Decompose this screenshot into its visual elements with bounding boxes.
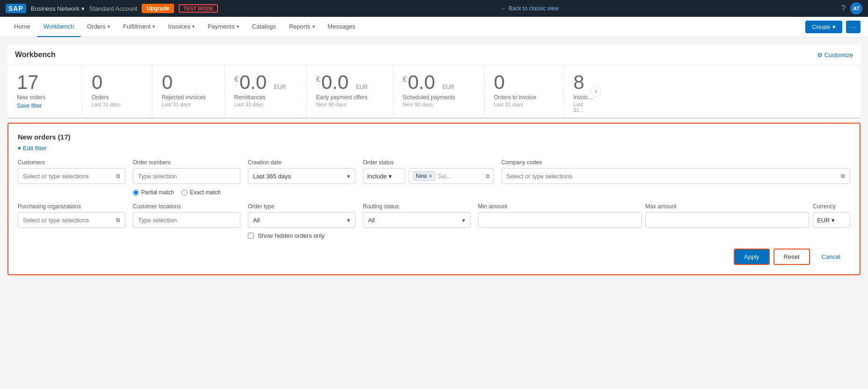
metric-sub-rejected: Last 31 days <box>162 102 215 107</box>
show-hidden-checkbox[interactable] <box>248 233 254 239</box>
metric-scheduled-payments[interactable]: €0.0 EUR Scheduled payments Next 90 days <box>393 65 485 117</box>
filter-title: New orders (17) <box>18 133 850 141</box>
status-expand-icon[interactable]: ⧉ <box>486 173 490 179</box>
currency-suffix-remittances: EUR <box>274 84 286 90</box>
top-bar: SAP Business Network ▾ Standard Account … <box>0 0 868 17</box>
customer-locations-text-input[interactable] <box>138 217 235 224</box>
metric-rejected-invoices[interactable]: 0 Rejected invoices Last 31 days <box>152 65 225 117</box>
cancel-button[interactable]: Cancel <box>814 249 848 265</box>
order-status-label: Order status <box>363 159 494 166</box>
metric-label-early-payment: Early payment offers <box>316 94 383 101</box>
order-type-label: Order type <box>248 203 355 210</box>
back-classic-link[interactable]: ← Back to classic view <box>501 5 559 12</box>
standard-account-label: Standard Account <box>89 5 137 12</box>
customize-icon: ⚙ <box>817 51 823 59</box>
customers-text-input[interactable] <box>23 173 116 180</box>
metric-remittances[interactable]: €0.0 EUR Remittances Last 31 days <box>225 65 307 117</box>
exact-match-option[interactable]: Exact match <box>181 189 221 196</box>
metric-new-orders[interactable]: 17 New orders Save filter <box>7 65 82 119</box>
order-type-chevron-icon: ▾ <box>347 217 350 224</box>
metric-value-orders-invoice: 0 <box>494 73 554 92</box>
max-amount-input[interactable] <box>645 212 809 228</box>
business-network-label[interactable]: Business Network ▾ <box>31 5 85 12</box>
euro-prefix-early-icon: € <box>316 75 320 83</box>
workbench-title: Workbench <box>15 51 56 59</box>
currency-select[interactable]: EUR ▾ <box>813 212 850 228</box>
edit-filter-toggle[interactable]: ▾ Edit filter <box>18 145 850 152</box>
customers-label: Customers <box>18 159 125 166</box>
order-type-select[interactable]: All ▾ <box>248 212 355 228</box>
metrics-row: 17 New orders Save filter 0 Orders Last … <box>7 65 861 119</box>
reset-button[interactable]: Reset <box>774 249 810 265</box>
currency-label: Currency <box>813 203 850 210</box>
metric-orders-to-invoice[interactable]: 0 Orders to invoice Last 31 days <box>485 65 564 117</box>
customers-expand-icon[interactable]: ⧉ <box>116 173 120 179</box>
min-amount-group: Min amount <box>478 203 642 228</box>
routing-status-chevron-icon: ▾ <box>462 217 465 224</box>
currency-suffix-scheduled: EUR <box>442 84 454 90</box>
apply-button[interactable]: Apply <box>734 249 770 265</box>
order-numbers-text-input[interactable] <box>138 173 235 180</box>
nav-item-payments[interactable]: Payments ▾ <box>201 17 246 37</box>
partial-match-radio[interactable] <box>133 190 139 196</box>
exact-match-radio[interactable] <box>181 190 188 196</box>
order-numbers-group: Order numbers Partial match Exact match <box>133 159 240 196</box>
nav-item-workbench[interactable]: Workbench <box>37 17 81 37</box>
order-status-include-select[interactable]: Include ▾ <box>363 168 405 184</box>
metric-early-payment[interactable]: €0.0 EUR Early payment offers Next 90 da… <box>307 65 393 117</box>
save-filter-link[interactable]: Save filter <box>17 103 72 109</box>
max-amount-group: Max amount <box>645 203 809 228</box>
company-codes-expand-icon[interactable]: ⧉ <box>841 173 845 179</box>
nav-item-home[interactable]: Home <box>7 17 37 37</box>
metric-sub-orders-invoice: Last 31 days <box>494 102 554 107</box>
metric-value-invoices-partial: 8 <box>573 73 592 92</box>
nav-item-orders[interactable]: Orders ▾ <box>80 17 116 37</box>
partial-match-option[interactable]: Partial match <box>133 189 174 196</box>
avatar[interactable]: AT <box>850 2 862 15</box>
min-amount-input[interactable] <box>478 212 642 228</box>
customize-link[interactable]: ⚙ Customize <box>817 51 853 59</box>
filter-panel: New orders (17) ▾ Edit filter Customers … <box>7 123 861 275</box>
nav-item-invoices[interactable]: Invoices ▾ <box>161 17 201 37</box>
max-amount-label: Max amount <box>645 203 809 210</box>
nav-item-reports[interactable]: Reports ▾ <box>282 17 321 37</box>
routing-status-label: Routing status <box>363 203 470 210</box>
purchasing-orgs-text-input[interactable] <box>23 217 116 224</box>
customer-locations-input[interactable] <box>133 212 240 228</box>
metric-orders[interactable]: 0 Orders Last 31 days <box>82 65 152 117</box>
metric-label-rejected: Rejected invoices <box>162 94 215 101</box>
purchasing-orgs-input[interactable]: ⧉ <box>18 212 125 228</box>
metric-value-remittances: €0.0 EUR <box>234 73 297 92</box>
upgrade-button[interactable]: Upgrade <box>142 4 174 13</box>
tag-close-icon[interactable]: ✕ <box>428 173 433 179</box>
customers-input[interactable]: ⧉ <box>18 168 125 184</box>
order-numbers-input[interactable] <box>133 168 240 184</box>
routing-status-select[interactable]: All ▾ <box>363 212 470 228</box>
order-type-group: Order type All ▾ Show hidden orders only <box>248 203 355 239</box>
order-status-tags-box[interactable]: New ✕ Sel... ⧉ <box>409 168 494 184</box>
nav-item-catalogs[interactable]: Catalogs <box>246 17 282 37</box>
fulfillment-chevron-icon: ▾ <box>152 24 155 29</box>
purchasing-orgs-group: Purchasing organizations ⧉ <box>18 203 125 228</box>
euro-prefix-icon: € <box>234 75 239 83</box>
filter-row-2: Purchasing organizations ⧉ Customer loca… <box>18 203 850 239</box>
more-options-button[interactable]: ··· <box>846 21 861 33</box>
company-codes-input[interactable]: ⧉ <box>501 168 850 184</box>
company-codes-text-input[interactable] <box>506 173 841 180</box>
metric-invoices-partial[interactable]: 8 Invoic... Last 31... › <box>564 65 601 117</box>
euro-prefix-scheduled-icon: € <box>403 75 407 83</box>
metrics-next-arrow[interactable]: › <box>590 86 601 97</box>
nav-item-fulfillment[interactable]: Fulfillment ▾ <box>116 17 161 37</box>
routing-status-group: Routing status All ▾ <box>363 203 470 228</box>
metric-label-remittances: Remittances <box>234 94 297 101</box>
creation-date-label: Creation date <box>248 159 355 166</box>
invoices-chevron-icon: ▾ <box>192 24 195 29</box>
create-button[interactable]: Create ▾ <box>805 21 842 33</box>
filter-row-1: Customers ⧉ Order numbers P <box>18 159 850 196</box>
nav-item-messages[interactable]: Messages <box>321 17 362 37</box>
purchasing-orgs-expand-icon[interactable]: ⧉ <box>116 217 120 223</box>
bottom-actions: Apply Reset Cancel <box>18 249 850 265</box>
help-icon[interactable]: ? <box>841 4 846 13</box>
creation-date-select[interactable]: Last 365 days ▾ <box>248 168 355 184</box>
currency-group: Currency EUR ▾ <box>813 203 850 228</box>
